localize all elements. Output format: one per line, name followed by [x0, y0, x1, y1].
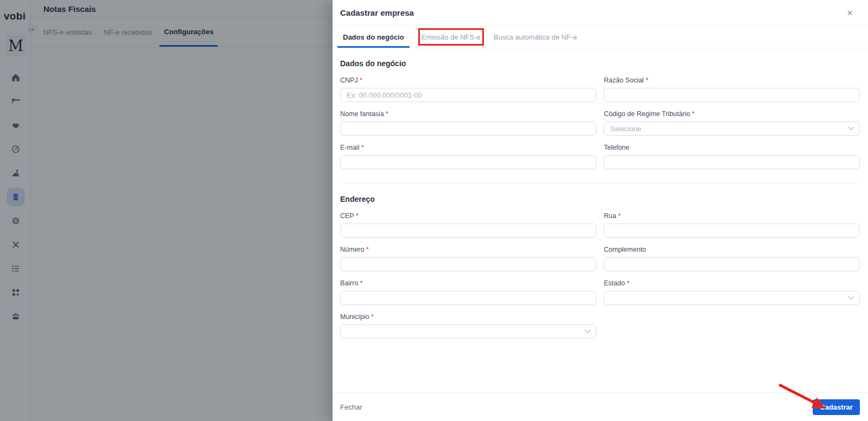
bairro-input[interactable] [340, 291, 596, 305]
field-label: CNPJ [340, 76, 358, 84]
required-marker: * [361, 144, 364, 151]
field-label: Rua [604, 212, 616, 220]
drawer-footer: Fechar Cadastrar [333, 392, 868, 421]
fields-endereco: CEP * Rua * Número * Complemento Bairro … [340, 212, 860, 339]
field-label: Número [340, 246, 364, 253]
rua-field: Rua * [604, 212, 860, 238]
regime-tributario-field: Código de Regime Tributário * [604, 110, 860, 136]
cadastrar-button[interactable]: Cadastrar [813, 399, 860, 415]
field-label: E-mail [340, 144, 359, 151]
field-label: Telefone [604, 144, 629, 151]
close-icon[interactable]: × [847, 8, 853, 18]
cep-field: CEP * [340, 212, 596, 238]
required-marker: * [627, 279, 629, 287]
cep-input[interactable] [340, 224, 596, 238]
tab-emissao-nfse[interactable]: Emissão de NFS-e [420, 26, 482, 48]
required-marker: * [646, 76, 648, 84]
required-marker: * [360, 279, 363, 287]
estado-field: Estado * [604, 279, 860, 305]
cadastrar-empresa-drawer: Cadastrar empresa × Dados do negócio Emi… [333, 0, 868, 421]
estado-select[interactable] [604, 291, 860, 305]
cnpj-field: CNPJ * [340, 76, 596, 102]
regime-tributario-select[interactable] [604, 122, 860, 136]
section-divider [340, 183, 860, 184]
municipio-field: Município * [340, 313, 596, 339]
field-label: Município [340, 313, 369, 321]
razao-social-field: Razão Social * [604, 76, 860, 102]
field-label: Complemento [604, 246, 646, 253]
tab-dados-do-negocio[interactable]: Dados do negócio [337, 26, 410, 48]
bairro-field: Bairro * [340, 279, 596, 305]
section-title-dados: Dados do negócio [340, 59, 860, 68]
tab-busca-automatica-nfe[interactable]: Busca automática de NF-e [493, 26, 578, 48]
municipio-select[interactable] [340, 324, 596, 339]
required-marker: * [366, 246, 369, 253]
cnpj-input[interactable] [340, 88, 596, 102]
drawer-title: Cadastrar empresa [340, 8, 414, 17]
email-field: E-mail * [340, 144, 596, 169]
drawer-header: Cadastrar empresa × [333, 0, 868, 26]
field-label: Estado [604, 279, 625, 287]
email-input[interactable] [340, 155, 596, 169]
field-label: CEP [340, 212, 354, 220]
fields-dados: CNPJ * Razão Social * Nome fantasia * Có… [340, 76, 860, 169]
field-label: Bairro [340, 279, 358, 287]
required-marker: * [356, 212, 359, 220]
razao-social-input[interactable] [604, 88, 860, 102]
required-marker: * [618, 212, 621, 220]
required-marker: * [692, 110, 695, 118]
complemento-field: Complemento [604, 246, 860, 271]
drawer-body: Dados do negócio CNPJ * Razão Social * N… [333, 59, 868, 339]
field-label: Código de Regime Tributário [604, 110, 690, 118]
drawer-tab-bar: Dados do negócio Emissão de NFS-e Busca … [333, 26, 868, 48]
nome-fantasia-input[interactable] [340, 122, 596, 136]
fechar-button[interactable]: Fechar [340, 403, 362, 411]
telefone-input[interactable] [604, 155, 860, 169]
required-marker: * [371, 313, 374, 321]
field-label: Nome fantasia [340, 110, 384, 118]
numero-input[interactable] [340, 257, 596, 271]
nome-fantasia-field: Nome fantasia * [340, 110, 596, 136]
tab-emissao-nfse-label: Emissão de NFS-e [422, 33, 481, 41]
section-title-endereco: Endereço [340, 195, 860, 203]
telefone-field: Telefone [604, 144, 860, 169]
required-marker: * [360, 76, 362, 84]
complemento-input[interactable] [604, 257, 860, 271]
field-label: Razão Social [604, 76, 644, 84]
rua-input[interactable] [604, 224, 860, 238]
numero-field: Número * [340, 246, 596, 271]
required-marker: * [386, 110, 388, 118]
